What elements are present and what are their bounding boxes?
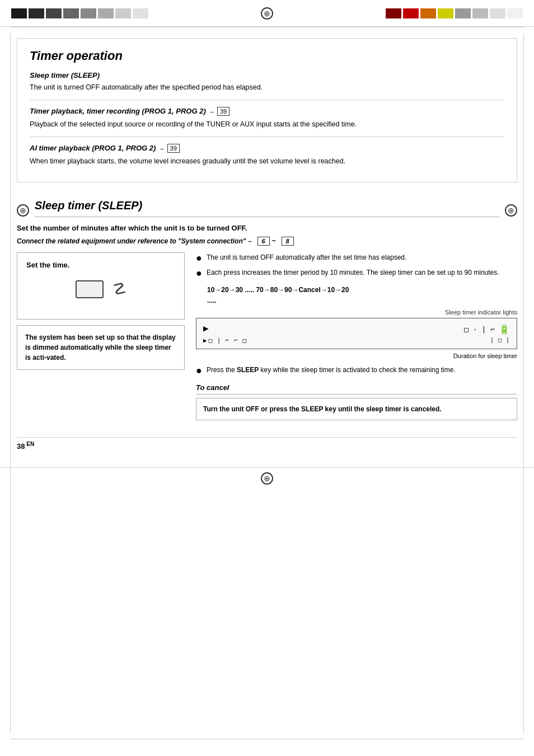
header-bar: ⊕ — [0, 0, 534, 27]
color-block — [490, 8, 505, 18]
connect-ref-text: Connect the related equipment under refe… — [17, 237, 246, 245]
page-border-bottom — [10, 739, 524, 739]
footer-bar: ⊕ — [0, 467, 534, 490]
cancel-box: Turn the unit OFF or press the SLEEP key… — [196, 398, 517, 420]
divider2 — [30, 137, 504, 137]
color-block — [46, 8, 62, 18]
sleep-timer-section-title: Sleep timer (SLEEP) — [35, 199, 499, 217]
color-block — [507, 8, 523, 18]
set-time-label: Set the time. — [26, 261, 175, 269]
page-border-left — [10, 34, 11, 734]
timer-operation-title: Timer operation — [30, 49, 504, 63]
sleep-left-column: Set the time. ☡ The system has been set … — [17, 252, 185, 370]
set-time-box: Set the time. ☡ — [17, 252, 185, 320]
color-block — [115, 8, 131, 18]
display-play-small: ▶ — [203, 337, 207, 344]
sleep-timer-body: The unit is turned OFF automatically aft… — [30, 82, 504, 93]
duration-label: Duration for sleep timer — [196, 353, 517, 359]
arrow-ref-timer: – — [210, 108, 214, 115]
bullet-list-2: ● Press the SLEEP key while the sleep ti… — [196, 365, 517, 375]
display-top-row: □ · | ⌐ 🔋 — [464, 324, 510, 335]
color-block — [472, 8, 488, 18]
ref-badge-6: 6 — [257, 237, 270, 246]
bullet-dot-1: ● — [196, 253, 202, 263]
sleep-set-minutes-subtitle: Set the number of minutes after which th… — [17, 224, 517, 232]
notice-box: The system has been set up so that the d… — [17, 325, 185, 370]
color-block — [29, 8, 44, 18]
ai-timer-title-row: AI timer playback (PROG 1, PROG 2) – 39 — [30, 144, 504, 153]
display-icon — [76, 280, 104, 298]
arrow-ref-ai: – — [160, 145, 163, 152]
timer-sequence-text: 10→20→30 ..... 70→80→90→Cancel→10→20 — [207, 286, 349, 294]
bullet-item-3: ● Press the SLEEP key while the sleep ti… — [196, 365, 517, 375]
display-play-icon: ▶ — [203, 323, 209, 334]
footer-compass-icon: ⊕ — [261, 472, 273, 485]
page-number-area: 38 EN — [17, 437, 517, 450]
sleep-timer-indicator-icon: 🔋 — [499, 324, 510, 335]
color-block — [11, 8, 27, 18]
sleep-key-icon: ☡ — [113, 281, 127, 297]
ref-arrow: – — [248, 238, 251, 245]
notice-text-bold: The system has been set up so that the d… — [25, 334, 176, 361]
connect-ref-line: Connect the related equipment under refe… — [17, 237, 517, 246]
bullet-text-3: Press the SLEEP key while the sleep time… — [207, 365, 456, 375]
color-blocks-right — [386, 8, 523, 18]
bullet-dot-3: ● — [196, 365, 202, 375]
bullet-dot-2: ● — [196, 268, 202, 278]
to-cancel-title: To cancel — [196, 383, 517, 395]
color-block — [81, 8, 96, 18]
page-content: Timer operation Sleep timer (SLEEP) The … — [0, 27, 534, 462]
display-digits-bot: | □ | — [490, 337, 510, 343]
page-border-top — [10, 27, 524, 27]
ref-separator: ~ — [272, 237, 276, 245]
compass-right-icon: ⊕ — [505, 204, 517, 217]
color-block — [98, 8, 114, 18]
ai-timer-subtitle: AI timer playback (PROG 1, PROG 2) — [30, 144, 156, 152]
bullet-text-1: The unit is turned OFF automatically aft… — [207, 252, 407, 262]
color-blocks-left — [11, 8, 148, 18]
ref-badge-39-timer: 39 — [217, 107, 229, 116]
set-time-icons: ☡ — [26, 280, 175, 298]
bullet-text-2: Each press increases the timer period by… — [207, 267, 499, 278]
color-block — [386, 8, 401, 18]
ref-badge-8: 8 — [282, 237, 294, 246]
page-number-suffix: EN — [25, 441, 34, 447]
sleep-key-label: SLEEP — [237, 366, 259, 374]
page-number: 38 — [17, 442, 25, 450]
sleep-timer-section: ⊕ Sleep timer (SLEEP) ⊕ Set the number o… — [17, 199, 517, 450]
timer-playback-title-row: Timer playback, timer recording (PROG 1,… — [30, 107, 504, 116]
sleep-display: ▶ ▶ □ | ⌐ ⌐ □ □ · | ⌐ 🔋 | □ | — [196, 318, 517, 349]
bullet-item-2: ● Each press increases the timer period … — [196, 267, 517, 278]
color-block — [420, 8, 436, 18]
ai-timer-body: When timer playback starts, the volume l… — [30, 156, 504, 167]
timer-operation-section: Timer operation Sleep timer (SLEEP) The … — [17, 38, 517, 182]
compass-icon: ⊕ — [261, 7, 273, 20]
cancel-text: Turn the unit OFF or press the SLEEP key… — [203, 405, 442, 413]
timer-sequence: 10→20→30 ..... 70→80→90→Cancel→10→20 ...… — [207, 285, 517, 306]
timer-playback-subtitle: Timer playback, timer recording (PROG 1,… — [30, 107, 206, 115]
page-border-right — [523, 34, 524, 734]
bullet-item-1: ● The unit is turned OFF automatically a… — [196, 252, 517, 263]
sleep-indicator-label: Sleep timer indicator lights — [196, 309, 517, 316]
sleep-title-row: ⊕ Sleep timer (SLEEP) ⊕ — [17, 199, 517, 222]
display-digits-top: □ · | ⌐ — [464, 325, 495, 334]
timer-playback-body: Playback of the selected input source or… — [30, 119, 504, 130]
sleep-timer-subtitle: Sleep timer (SLEEP) — [30, 71, 504, 79]
display-seg-row2: □ | ⌐ ⌐ □ — [209, 337, 247, 344]
sleep-columns: Set the time. ☡ The system has been set … — [17, 252, 517, 420]
ref-badge-39-ai: 39 — [167, 144, 180, 153]
color-block — [133, 8, 148, 18]
color-block — [455, 8, 471, 18]
divider — [30, 100, 504, 100]
color-block — [63, 8, 79, 18]
timer-sequence-dots: ..... — [207, 297, 217, 304]
compass-left-icon: ⊕ — [17, 204, 29, 217]
display-bottom-row: | □ | — [490, 337, 510, 343]
bullet-list: ● The unit is turned OFF automatically a… — [196, 252, 517, 278]
display-time-area: □ · | ⌐ 🔋 | □ | — [464, 324, 510, 343]
sleep-right-column: ● The unit is turned OFF automatically a… — [196, 252, 517, 420]
color-block — [438, 8, 453, 18]
color-block — [403, 8, 419, 18]
